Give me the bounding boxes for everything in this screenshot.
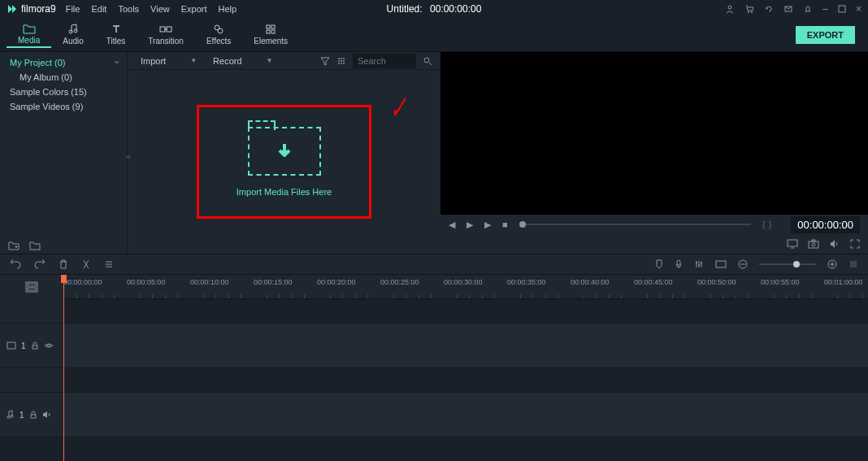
svg-rect-38 [28,284,36,286]
stop-icon[interactable]: ■ [502,220,508,229]
record-dropdown[interactable]: Record ▼ [208,56,277,66]
import-dropdown[interactable]: Import ▼ [136,56,202,66]
manage-tracks-button[interactable] [0,275,63,299]
tab-elements[interactable]: Elements [242,22,299,47]
svg-rect-29 [677,260,680,265]
undo-icon[interactable] [10,259,21,269]
snapshot-icon[interactable] [808,239,819,249]
svg-rect-41 [33,346,37,349]
timeline: 00:00:00:0000:00:05:0000:00:10:0000:00:1… [0,275,868,461]
preview-screen[interactable] [441,52,868,215]
playhead[interactable] [63,275,64,461]
prev-frame-icon[interactable]: ◀ [449,220,455,230]
add-folder-icon[interactable] [8,241,20,250]
zoom-fit-icon[interactable] [848,259,858,269]
track-area-spacer[interactable] [63,299,868,323]
mute-icon[interactable] [42,411,52,419]
volume-icon[interactable] [829,239,840,249]
marker-icon[interactable] [655,259,663,269]
notification-icon[interactable] [803,4,813,14]
track-area-video[interactable] [63,324,868,367]
svg-point-0 [728,6,731,9]
svg-point-10 [218,28,223,33]
fullscreen-icon[interactable] [850,239,860,249]
chevron-down-icon: ▼ [190,57,197,64]
zoom-thumb[interactable] [793,261,800,267]
mic-icon[interactable] [675,259,683,269]
split-icon[interactable] [81,259,91,269]
svg-point-21 [338,63,340,64]
zoom-in-icon[interactable] [827,259,837,269]
sidebar-item-samplecolors[interactable]: Sample Colors (15) [0,85,127,99]
chevron-down-icon[interactable]: ⌄ [113,55,120,66]
window-controls: – × [725,3,861,15]
video-track-number: 1 [21,341,26,350]
maximize-icon[interactable] [838,5,846,13]
filter-icon[interactable] [320,56,330,66]
track-area-spacer2[interactable] [63,368,868,392]
document-title: Untitled: 00:00:00:00 [387,3,482,15]
tab-titles-label: Titles [106,37,126,46]
mail-icon[interactable] [783,4,793,14]
folder-icon-small[interactable] [29,241,41,250]
grid-view-icon[interactable] [336,56,346,66]
zoom-out-icon[interactable] [738,259,748,269]
tab-audio[interactable]: Audio [51,22,95,47]
folder-icon [23,23,36,34]
cart-icon[interactable] [744,4,754,14]
ruler-tick: 00:00:00:00 [63,278,102,286]
ruler-tick: 00:00:55:00 [761,278,800,286]
play-backward-icon[interactable]: ▶ [467,220,473,230]
edit-tools-icon[interactable] [104,259,114,269]
play-icon[interactable]: ▶ [484,220,491,230]
delete-icon[interactable] [59,259,68,269]
track-area-audio[interactable] [63,393,868,437]
sidebar-item-myproject[interactable]: My Project (0) [0,55,127,70]
search-icon[interactable] [423,56,432,66]
minimize-icon[interactable]: – [822,3,828,15]
account-icon[interactable] [725,4,735,14]
progress-bar[interactable] [519,224,751,225]
track-header-audio: 1 [0,393,63,437]
tab-effects[interactable]: Effects [195,22,242,47]
aspect-icon[interactable] [715,260,727,268]
svg-rect-4 [839,6,845,12]
svg-point-30 [696,262,697,263]
timeline-ruler[interactable]: 00:00:00:0000:00:05:0000:00:10:0000:00:1… [63,275,868,299]
import-label: Import [141,56,166,66]
mark-in-icon[interactable]: { [762,220,766,229]
lock-icon[interactable] [31,341,39,350]
refresh-icon[interactable] [764,4,774,14]
chevron-down-icon: ▼ [267,57,273,64]
mixer-icon[interactable] [694,259,704,269]
sidebar-item-samplevideos[interactable]: Sample Videos (9) [0,99,127,114]
export-button[interactable]: EXPORT [796,26,855,44]
redo-icon[interactable] [34,259,46,269]
menu-tools[interactable]: Tools [118,4,139,14]
svg-point-24 [424,58,429,63]
ruler-tick: 00:00:30:00 [444,278,483,286]
menu-view[interactable]: View [150,4,170,14]
sidebar-item-myalbum[interactable]: My Album (0) [0,70,127,85]
main-row: My Project (0) ⌄ My Album (0) Sample Col… [0,52,868,254]
eye-icon[interactable] [44,342,54,349]
menu-file[interactable]: File [66,4,80,14]
tab-transition[interactable]: Transition [137,22,195,47]
lock-icon[interactable] [29,411,37,419]
search-input[interactable] [353,54,416,68]
display-icon[interactable] [787,239,798,249]
tab-effects-label: Effects [206,37,231,46]
mark-out-icon[interactable]: } [769,220,772,229]
close-icon[interactable]: × [856,3,861,15]
zoom-slider[interactable] [759,263,816,265]
menu-edit[interactable]: Edit [91,4,106,14]
progress-thumb[interactable] [519,221,526,228]
import-drop-zone[interactable]: Import Media Files Here [197,105,371,219]
menu-help[interactable]: Help [219,4,237,14]
track-header-spacer [0,299,63,323]
audio-track-icon [7,410,15,420]
track-row-spacer [0,299,868,324]
menu-export[interactable]: Export [181,4,207,14]
tab-titles[interactable]: Titles [95,22,137,47]
tab-media[interactable]: Media [7,21,51,48]
